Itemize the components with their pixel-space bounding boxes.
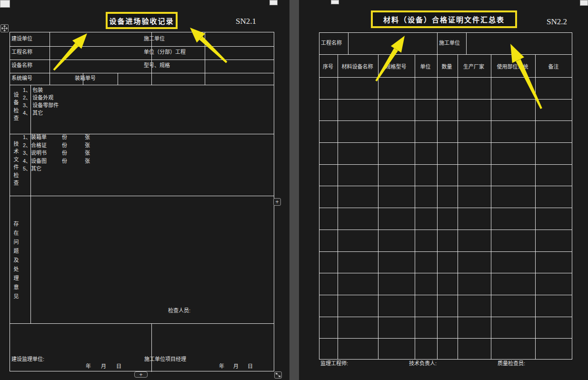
highlight-box-left-title: 设备进场验收记录	[106, 12, 178, 29]
table-resize-handle[interactable]	[274, 371, 282, 379]
plus-icon: +	[275, 199, 279, 205]
grid-line	[10, 85, 274, 85]
grid-line	[319, 77, 572, 78]
field-system-no: 系统编号	[11, 75, 32, 81]
grid-line	[319, 186, 572, 186]
materials-summary-table[interactable]	[319, 32, 572, 360]
highlight-box-right-title: 材料（设备）合格证明文件汇总表	[371, 10, 517, 28]
tech-check-unit-copies: 份	[62, 134, 67, 140]
grid-line	[319, 338, 572, 339]
document-canvas: 设备进场验收记录 SN2.1 建设单位 施工单位 工程名称 单位（分部）工程 设…	[0, 0, 588, 380]
tech-check-item: 5、其它	[23, 166, 41, 172]
grid-line	[415, 54, 415, 359]
date-day: 日	[248, 363, 253, 370]
grid-line	[319, 120, 572, 121]
section-label-tech-check: 技术文件检查	[12, 141, 20, 189]
ruler-column-marker[interactable]	[269, 0, 278, 5]
resize-diagonal-icon	[275, 372, 281, 378]
plus-icon: +	[139, 372, 142, 378]
grid-line	[50, 32, 50, 85]
equipment-acceptance-table[interactable]	[10, 32, 274, 371]
insert-column-button[interactable]: +	[273, 198, 281, 206]
move-icon	[1, 25, 8, 31]
tech-check-unit-sheets: 张	[85, 150, 90, 156]
page-right: 材料（设备）合格证明文件汇总表 SN2.2 工程名称 施工单位 序号材料设备名称…	[299, 0, 588, 380]
field-contractor: 施工单位	[144, 36, 165, 42]
grid-line	[319, 273, 572, 273]
grid-line	[319, 164, 572, 165]
grid-line	[535, 54, 536, 359]
ruler-column-marker[interactable]	[331, 0, 339, 4]
grid-line	[378, 54, 379, 359]
field-equipment: 设备名称	[11, 62, 32, 69]
grid-line	[151, 323, 152, 372]
grid-line	[466, 33, 467, 54]
page-left: 设备进场验收记录 SN2.1 建设单位 施工单位 工程名称 单位（分部）工程 设…	[0, 0, 289, 380]
signoff-quality-inspector: 质量检查员:	[498, 360, 525, 367]
column-header: 规格型号	[378, 62, 414, 70]
signoff-supervising-engineer: 监理工程师:	[320, 360, 348, 367]
date-day: 日	[116, 363, 121, 370]
inspector-label: 检查人员:	[168, 308, 190, 314]
grid-line	[319, 54, 572, 55]
signoff-technical-lead: 技术负责人:	[409, 360, 437, 367]
field-contractor: 施工单位	[439, 40, 460, 46]
grid-line	[205, 32, 205, 85]
grid-line	[319, 317, 572, 317]
tech-check-item: 3、说明书	[23, 150, 47, 156]
grid-line	[30, 85, 31, 323]
date-year: 年	[219, 363, 224, 370]
ruler-column-marker[interactable]	[580, 0, 588, 6]
insert-row-button[interactable]: +	[134, 371, 148, 378]
ruler-column-marker[interactable]	[0, 0, 10, 8]
grid-line	[118, 73, 118, 85]
tech-check-unit-sheets: 张	[85, 158, 90, 164]
page-gutter	[289, 0, 299, 380]
grid-line	[338, 54, 338, 359]
grid-line	[348, 33, 349, 54]
grid-line	[437, 54, 438, 359]
form-code-sn21: SN2.1	[236, 17, 256, 26]
field-project: 工程名称	[321, 40, 342, 46]
tech-check-item: 4、设备图	[23, 158, 47, 164]
grid-line	[319, 251, 572, 252]
tech-check-unit-sheets: 张	[85, 134, 90, 140]
equip-check-item: 1、 包装	[23, 87, 43, 93]
grid-line	[319, 208, 572, 208]
column-header: 序号	[319, 62, 337, 70]
column-header: 数量	[437, 62, 457, 70]
left-page-title: 设备进场验收记录	[109, 16, 174, 26]
column-header: 单位	[414, 62, 437, 70]
table-move-handle[interactable]	[0, 24, 9, 32]
signoff-supervision-unit: 建设监理单位:	[11, 356, 44, 362]
grid-line	[319, 142, 572, 143]
grid-line	[458, 54, 458, 359]
form-code-sn22: SN2.2	[547, 17, 567, 27]
signoff-contractor-pm: 施工单位项目经理	[144, 356, 186, 362]
field-project: 工程名称	[11, 49, 32, 55]
date-year: 年	[86, 363, 91, 370]
column-header: 材料设备名称	[337, 62, 378, 70]
grid-line	[319, 230, 572, 230]
grid-line	[10, 196, 274, 196]
tech-check-unit-copies: 份	[62, 158, 67, 164]
column-header: 生产厂家	[457, 62, 490, 70]
column-header: 备注	[535, 62, 572, 70]
field-model-spec: 型号、规格	[144, 62, 170, 69]
tech-check-unit-sheets: 张	[85, 142, 90, 149]
section-label-issues: 存在问题及处理意见	[12, 221, 20, 309]
section-label-equip-check: 设备检查	[12, 92, 20, 130]
field-owner: 建设单位	[11, 36, 32, 42]
date-month: 月	[101, 363, 106, 370]
field-packing-no: 装箱单号	[75, 75, 96, 81]
grid-line	[319, 295, 572, 295]
grid-line	[10, 323, 274, 324]
field-unit-project: 单位（分部）工程	[144, 49, 186, 55]
grid-line	[491, 54, 491, 359]
tech-check-item: 2、合格证	[23, 142, 47, 149]
tech-check-unit-copies: 份	[62, 142, 67, 149]
equip-check-item: 2、 设备外观	[23, 95, 53, 101]
date-month: 月	[233, 363, 239, 370]
right-page-title: 材料（设备）合格证明文件汇总表	[383, 14, 505, 24]
tech-check-unit-copies: 份	[62, 150, 67, 156]
